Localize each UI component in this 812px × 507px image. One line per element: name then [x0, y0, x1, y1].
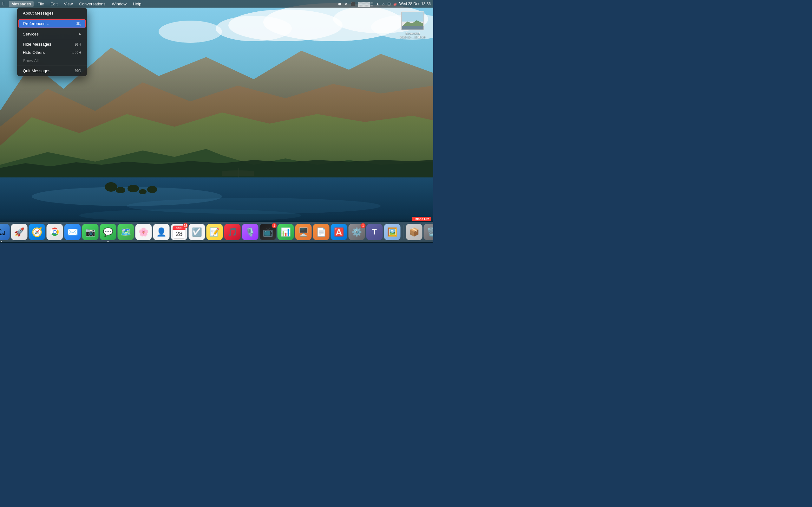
- menu-quit-label: Quit Messages: [23, 68, 50, 73]
- menu-services[interactable]: Services ▶: [18, 30, 86, 38]
- paintx-badge: Paint X Lite: [412, 217, 431, 221]
- menu-preferences[interactable]: Preferences… ⌘,: [18, 19, 86, 28]
- display-icon[interactable]: ⬛: [351, 2, 356, 6]
- svg-point-14: [139, 189, 147, 194]
- svg-point-3: [216, 16, 292, 41]
- menubar-left: Messages File Edit View Conversations Wi…: [3, 1, 144, 7]
- menu-sep-1: [17, 18, 87, 18]
- svg-point-12: [116, 187, 125, 193]
- svg-point-11: [105, 182, 117, 192]
- dock-finder[interactable]: 🗂: [0, 224, 10, 240]
- dock-notes[interactable]: 📝: [206, 224, 223, 240]
- svg-point-5: [159, 20, 222, 43]
- dock-music[interactable]: 🎵: [224, 224, 241, 240]
- datetime-display: Wed 28 Dec 13:36: [399, 2, 431, 6]
- svg-point-15: [147, 186, 157, 193]
- dock-launchpad[interactable]: 🚀: [11, 224, 28, 240]
- menu-services-arrow: ▶: [79, 32, 81, 36]
- svg-rect-19: [402, 12, 423, 21]
- dock-separator: [403, 225, 403, 239]
- apple-logo[interactable]: : [3, 0, 4, 8]
- wifi-icon[interactable]: ▲: [375, 2, 380, 6]
- svg-rect-20: [402, 26, 423, 30]
- calendar-badge: 28: [183, 223, 188, 228]
- messages-menu: About Messages Preferences… ⌘, Services …: [17, 8, 87, 76]
- menu-showall-label: Show All: [23, 58, 39, 63]
- menu-preferences-shortcut: ⌘,: [76, 21, 81, 26]
- svg-point-13: [128, 185, 139, 192]
- bluetooth-icon[interactable]: ✕: [345, 2, 348, 6]
- dock-trash[interactable]: 🗑️: [424, 224, 434, 240]
- siri-icon[interactable]: ◉: [393, 2, 397, 6]
- menubar-window[interactable]: Window: [109, 1, 129, 7]
- dock-tv[interactable]: 📺 1: [260, 224, 276, 240]
- menubar-right: ⏺ ✕ ⬛ ▓▓▓▓░ ▲ ⌕ ⊞ ◉ Wed 28 Dec 13:36: [338, 2, 431, 6]
- svg-point-10: [79, 209, 301, 222]
- apple-icon[interactable]: : [3, 1, 4, 7]
- menu-sep-2: [17, 29, 87, 29]
- menubar-view[interactable]: View: [61, 1, 75, 7]
- menu-hide-label: Hide Messages: [23, 42, 51, 47]
- menu-quit[interactable]: Quit Messages ⌘Q: [18, 67, 86, 75]
- menubar-messages[interactable]: Messages: [9, 1, 34, 7]
- menu-sep-4: [17, 66, 87, 66]
- search-icon[interactable]: ⌕: [382, 2, 385, 6]
- menu-preferences-label: Preferences…: [23, 21, 49, 26]
- menu-quit-shortcut: ⌘Q: [74, 69, 81, 73]
- dock-safari[interactable]: 🧭: [29, 224, 45, 240]
- dock-facetime[interactable]: 📷: [82, 224, 99, 240]
- menu-hideothers-label: Hide Others: [23, 50, 45, 55]
- menubar-file[interactable]: File: [35, 1, 47, 7]
- dock-messages[interactable]: 💬: [100, 224, 116, 240]
- settings-badge: 1: [361, 223, 366, 228]
- menu-hide[interactable]: Hide Messages ⌘H: [18, 40, 86, 48]
- dock-podcasts[interactable]: 🎙️: [242, 224, 258, 240]
- dock-mail[interactable]: ✉️: [64, 224, 81, 240]
- menu-hideothers-shortcut: ⌥⌘H: [70, 50, 81, 55]
- dock-chrome[interactable]: [47, 224, 63, 240]
- menubar-help[interactable]: Help: [131, 1, 144, 7]
- svg-point-23: [54, 231, 56, 233]
- menubar: Messages File Edit View Conversations Wi…: [0, 0, 433, 8]
- menu-hideothers[interactable]: Hide Others ⌥⌘H: [18, 49, 86, 56]
- menubar-conversations[interactable]: Conversations: [77, 1, 108, 7]
- dock-archive[interactable]: 📦: [406, 224, 422, 240]
- dock-pages[interactable]: 📄: [313, 224, 329, 240]
- menu-about-label: About Messages: [23, 11, 54, 15]
- dock-keynote[interactable]: 🖥️: [295, 224, 312, 240]
- menu-services-label: Services: [23, 32, 39, 37]
- desktop-icon-label: Screenshot2022-12-…13.30.29: [398, 32, 427, 39]
- dock-teams[interactable]: T: [366, 224, 383, 240]
- tv-badge: 1: [272, 223, 277, 228]
- dock-photos[interactable]: 🌸: [136, 224, 152, 240]
- menu-about[interactable]: About Messages: [18, 9, 86, 17]
- dock-preview[interactable]: 🖼️: [384, 224, 401, 240]
- menubar-edit[interactable]: Edit: [48, 1, 60, 7]
- battery-icon[interactable]: ▓▓▓▓░: [358, 2, 373, 6]
- menu-hide-shortcut: ⌘H: [74, 42, 81, 47]
- dock-appstore[interactable]: 🅰️: [331, 224, 347, 240]
- dock-system-preferences[interactable]: ⚙️ 1: [349, 224, 365, 240]
- dock: 🗂 🚀 🧭 ✉️ 📷 💬 🗺️: [0, 222, 433, 242]
- dock-contacts[interactable]: 👤: [153, 224, 170, 240]
- desktop-icon-thumbnail: [401, 11, 424, 31]
- dock-calendar[interactable]: DEC 28 28: [171, 224, 188, 240]
- dock-maps[interactable]: 🗺️: [118, 224, 134, 240]
- menu-showall: Show All: [18, 57, 86, 65]
- desktop-screenshot-icon[interactable]: Screenshot2022-12-…13.30.29: [398, 11, 427, 39]
- dock-numbers[interactable]: 📊: [277, 224, 294, 240]
- menu-sep-3: [17, 39, 87, 39]
- messages-dot: [107, 241, 109, 242]
- dock-reminders[interactable]: ☑️: [189, 224, 205, 240]
- control-center-icon[interactable]: ⊞: [387, 2, 391, 6]
- finder-dot: [1, 241, 2, 242]
- screen-record-icon[interactable]: ⏺: [338, 2, 342, 6]
